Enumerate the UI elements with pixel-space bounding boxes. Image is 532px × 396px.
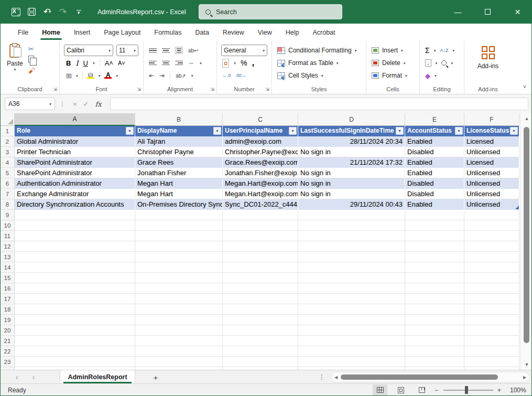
conditional-formatting-button[interactable]: Conditional Formatting▾ [277,44,366,57]
font-color-icon[interactable]: A [104,72,112,79]
cell-A8[interactable]: Directory Synchronization Accounts [15,199,135,210]
insert-function-icon[interactable]: fx [95,100,102,108]
sort-filter-icon[interactable]: A↓Z [440,48,448,53]
cell-A6[interactable]: Authentication Administrator [15,178,135,189]
font-size-select[interactable]: 11▾ [116,45,138,56]
orientation-icon[interactable]: ab⇗ [176,73,186,79]
vertical-scrollbar[interactable]: ▲ ▼ [520,113,532,370]
top-align-icon[interactable] [149,48,157,53]
cell-A5[interactable]: SharePoint Administrator [15,168,135,178]
cell-D2[interactable]: 28/11/2024 20:34 [298,136,405,147]
font-dialog-launcher-icon[interactable]: ⇲ [137,87,141,92]
table-header-cell[interactable]: AccountStatus▼ [405,126,464,136]
cell-E3[interactable]: Disabled [405,147,464,157]
copy-icon[interactable]: ▾ [28,55,37,65]
number-dialog-launcher-icon[interactable]: ⇲ [265,87,269,92]
table-header-cell[interactable]: UserPrincipalName▼ [223,126,298,136]
row-header-13[interactable]: 13 [1,252,15,262]
cell-C7[interactable]: Megan.Hart@exoip.com [223,189,298,199]
align-left-icon[interactable] [149,61,157,66]
vertical-scrollbar-thumb[interactable] [524,127,529,343]
cell-B4[interactable]: Grace Rees [135,157,223,168]
cell-styles-button[interactable]: Cell Styles▾ [277,69,366,82]
cell-D4[interactable]: 21/11/2024 17:32 [298,157,405,168]
comma-style-icon[interactable]: , [252,58,254,68]
ribbon-tab-acrobat[interactable]: Acrobat [306,24,342,41]
row-header-4[interactable]: 4 [1,157,15,168]
cell-B2[interactable]: Ali Tajran [135,136,223,147]
row-header-8[interactable]: 8 [1,199,15,210]
filter-dropdown-icon[interactable]: ▼ [126,127,134,135]
ribbon-tab-formulas[interactable]: Formulas [147,24,188,41]
cell-B7[interactable]: Megan Hart [135,189,223,199]
page-break-view-button[interactable] [415,384,429,395]
cell-C4[interactable]: Grace.Rees@exoip.com [223,157,298,168]
table-header-cell[interactable]: Role▼ [15,126,135,136]
cell-F4[interactable]: Licensed [464,157,519,168]
increase-decimal-icon[interactable]: ←.0 [222,73,231,78]
ribbon-tab-review[interactable]: Review [216,24,251,41]
merge-center-icon[interactable]: ⇔ [188,59,194,67]
cell-B3[interactable]: Christopher Payne [135,147,223,157]
row-header-16[interactable]: 16 [1,283,15,294]
ribbon-tab-page-layout[interactable]: Page Layout [97,24,147,41]
scroll-up-icon[interactable]: ▲ [520,114,532,123]
cell-E8[interactable]: Enabled [405,199,464,210]
row-header-18[interactable]: 18 [1,304,15,315]
cell-D3[interactable]: No sign in [298,147,405,157]
cell-F5[interactable]: Unlicensed [464,168,519,178]
cell-F6[interactable]: Unlicensed [464,178,519,189]
column-header-e[interactable]: E [405,113,464,126]
increase-indent-icon[interactable]: ⇥ [159,72,165,79]
cell-C6[interactable]: Megan.Hart@exoip.com [223,178,298,189]
paste-button[interactable]: Paste ▾ [7,44,23,74]
column-header-c[interactable]: C [223,113,298,126]
filter-dropdown-icon[interactable]: ▼ [396,127,404,135]
page-layout-view-button[interactable] [394,384,408,395]
fill-icon[interactable]: ↓ [425,59,431,67]
row-header-10[interactable]: 10 [1,220,15,231]
column-header-d[interactable]: D [298,113,405,126]
zoom-slider-thumb[interactable] [465,386,468,394]
cell-A7[interactable]: Exchange Administrator [15,189,135,199]
delete-cells-button[interactable]: Delete▾ [372,57,419,69]
cell-D7[interactable]: No sign in [298,189,405,199]
underline-button[interactable]: U [83,59,88,67]
cell-D6[interactable]: No sign in [298,178,405,189]
zoom-in-button[interactable]: + [497,384,501,396]
horizontal-scrollbar-thumb[interactable] [341,374,498,380]
row-header-1[interactable]: 1 [1,126,15,136]
cell-C3[interactable]: Christopher.Payne@exoip.com [223,147,298,157]
fill-color-icon[interactable]: ⛁ [87,72,94,79]
increase-font-icon[interactable]: A˄ [105,59,113,67]
maximize-button[interactable] [473,0,503,24]
row-header-7[interactable]: 7 [1,189,15,199]
ribbon-tab-help[interactable]: Help [279,24,306,41]
excel-logo-icon[interactable] [8,4,24,20]
enter-icon[interactable]: ✓ [83,100,89,108]
percent-style-icon[interactable]: % [241,59,247,67]
decrease-font-icon[interactable]: A˅ [118,60,125,66]
cell-A3[interactable]: Printer Technician [15,147,135,157]
row-header-15[interactable]: 15 [1,273,15,283]
table-resize-handle[interactable] [515,206,519,209]
add-sheet-icon[interactable]: + [149,370,162,384]
minimize-button[interactable]: — [443,0,473,24]
clipboard-dialog-launcher-icon[interactable]: ⇲ [53,87,57,92]
row-header-20[interactable]: 20 [1,325,15,336]
bottom-align-icon[interactable] [175,47,183,55]
undo-icon[interactable]: ↶▾ [39,4,55,20]
zoom-out-button[interactable]: − [435,384,438,396]
row-header-23[interactable]: 23 [1,357,15,367]
format-painter-icon[interactable]: 🖌︎ [28,67,37,74]
search-input[interactable]: Search [199,4,342,19]
scroll-down-icon[interactable]: ▼ [520,360,532,369]
cancel-icon[interactable]: × [73,100,77,108]
row-header-9[interactable]: 9 [1,210,15,220]
row-header-12[interactable]: 12 [1,241,15,252]
table-header-cell[interactable]: DisplayName▼ [135,126,223,136]
row-header-21[interactable]: 21 [1,336,15,346]
row-header-3[interactable]: 3 [1,147,15,157]
number-format-select[interactable]: General▾ [221,45,267,56]
alignment-dialog-launcher-icon[interactable]: ⇲ [210,87,214,92]
